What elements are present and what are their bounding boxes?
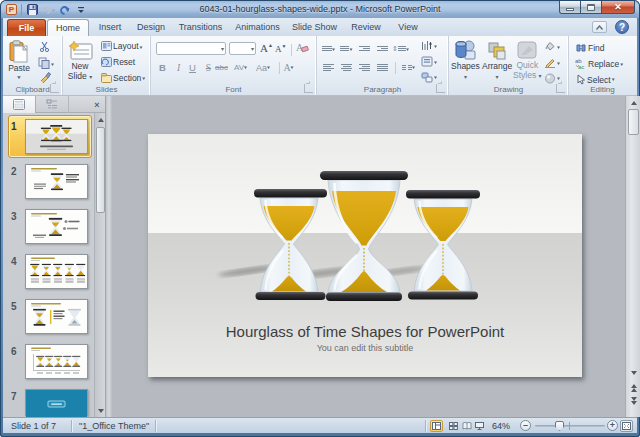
format-painter-button[interactable] <box>39 71 51 83</box>
shapes-dropdown-arrow[interactable]: ▾ <box>464 74 467 80</box>
tab-transitions[interactable]: Transitions <box>173 19 228 36</box>
shrink-font-button[interactable]: A▼ <box>275 44 286 54</box>
tab-animations[interactable]: Animations <box>230 19 285 36</box>
main-scrollbar-thumb[interactable] <box>628 109 639 135</box>
scroll-up-button[interactable] <box>627 97 640 109</box>
arrange-dropdown-arrow[interactable]: ▾ <box>496 74 499 80</box>
bullets-button[interactable]: ▾ <box>321 42 336 55</box>
copy-dropdown-arrow[interactable]: ▾ <box>51 60 54 66</box>
slide-thumbnail-7[interactable]: 7 <box>3 389 95 417</box>
find-button[interactable]: Find <box>575 42 605 53</box>
copy-button[interactable]: ▾ <box>38 57 54 69</box>
decrease-indent-button[interactable] <box>357 42 372 55</box>
slide-thumbnail-5[interactable]: 5 <box>3 299 95 334</box>
underline-button[interactable]: U <box>186 61 199 74</box>
strikethrough-abc-button[interactable]: abc <box>215 61 228 74</box>
font-color-button[interactable]: A▾ <box>282 61 295 74</box>
grow-font-button[interactable]: A▲ <box>260 42 273 54</box>
character-spacing-button[interactable]: AV▾ <box>234 61 247 74</box>
clear-formatting-button[interactable]: A <box>295 41 309 54</box>
font-size-combobox[interactable]: ▾ <box>229 42 256 55</box>
maximize-button[interactable] <box>581 1 602 14</box>
clipboard-dialog-launcher[interactable] <box>50 84 59 93</box>
tab-file[interactable]: File <box>7 19 46 36</box>
panel-splitter[interactable] <box>105 96 112 417</box>
select-button[interactable]: Select▾ <box>575 74 615 85</box>
slide-show-view-button[interactable] <box>473 420 486 432</box>
bold-button[interactable]: B <box>156 61 169 74</box>
convert-smartart-button[interactable]: ▾ <box>421 72 437 83</box>
increase-indent-button[interactable] <box>375 42 390 55</box>
close-panel-button[interactable]: × <box>89 96 105 113</box>
tab-review[interactable]: Review <box>344 19 388 36</box>
help-button[interactable]: ? <box>615 20 629 34</box>
fit-slide-to-window-button[interactable] <box>620 420 633 432</box>
scroll-down-button[interactable] <box>627 367 640 379</box>
line-spacing-button[interactable]: ⇕▾ <box>393 42 408 55</box>
paragraph-dialog-launcher[interactable] <box>436 84 445 93</box>
zoom-slider-track[interactable] <box>535 425 605 427</box>
shapes-button[interactable]: Shapes▾ <box>451 40 480 82</box>
main-scrollbar[interactable] <box>625 96 640 417</box>
slide-sorter-view-button[interactable] <box>447 420 460 432</box>
minimize-button[interactable] <box>559 1 581 14</box>
strikethrough-button[interactable]: S <box>202 61 215 74</box>
new-slide-button[interactable]: NewSlide ▾ <box>67 40 93 82</box>
tab-home[interactable]: Home <box>47 19 89 36</box>
slide-subtitle[interactable]: You can edit this subtitle <box>148 343 582 353</box>
align-text-button[interactable]: ▾ <box>421 56 437 67</box>
zoom-out-button[interactable]: – <box>520 420 531 431</box>
slide-thumbnail-2[interactable]: 2 <box>3 164 95 199</box>
shape-fill-button[interactable]: ▾ <box>544 41 560 52</box>
align-left-button[interactable] <box>321 61 336 74</box>
replace-button[interactable]: ab ac Replace▾ <box>575 58 623 69</box>
reading-view-button[interactable] <box>460 420 473 432</box>
align-center-button[interactable] <box>339 61 354 74</box>
change-case-button[interactable]: Aa▾ <box>256 61 270 74</box>
slides-tab[interactable] <box>3 96 36 113</box>
columns-button[interactable]: ▾ <box>401 61 416 74</box>
normal-view-button[interactable] <box>430 420 443 432</box>
slide-thumbnail-1[interactable]: 1 <box>3 119 95 154</box>
slide-thumbnail-4[interactable]: 4 <box>3 254 95 289</box>
slide-thumbnail-3[interactable]: 3 <box>3 209 95 244</box>
combo-dropdown-arrow[interactable]: ▾ <box>251 45 254 52</box>
next-slide-button[interactable] <box>627 395 640 407</box>
paste-button[interactable]: Paste ▼ <box>8 40 30 80</box>
minimize-ribbon-button[interactable] <box>592 21 607 33</box>
italic-button[interactable]: I <box>172 61 185 74</box>
justify-button[interactable] <box>375 61 390 74</box>
tab-design[interactable]: Design <box>131 19 171 36</box>
panel-scrollbar[interactable] <box>94 113 105 417</box>
outline-tab[interactable] <box>36 96 69 113</box>
slide-title[interactable]: Hourglass of Time Shapes for PowerPoint <box>148 323 582 340</box>
combo-dropdown-arrow[interactable]: ▾ <box>221 45 224 52</box>
font-dialog-launcher[interactable] <box>304 84 313 93</box>
tab-insert[interactable]: Insert <box>91 19 129 36</box>
paste-dropdown-arrow[interactable]: ▼ <box>16 74 22 79</box>
new-slide-dropdown-arrow[interactable]: ▾ <box>89 74 92 80</box>
drawing-dialog-launcher[interactable] <box>556 84 565 93</box>
slide-canvas[interactable]: Hourglass of Time Shapes for PowerPoint … <box>148 134 582 377</box>
section-button[interactable]: Section▾ <box>101 73 145 83</box>
zoom-level[interactable]: 64% <box>492 418 510 434</box>
cut-button[interactable] <box>39 41 50 52</box>
reset-button[interactable]: Reset <box>101 57 135 67</box>
shape-outline-button[interactable]: ▾ <box>544 57 560 68</box>
slide-thumbnail-6[interactable]: 6 <box>3 344 95 379</box>
panel-scrollbar-thumb[interactable] <box>96 127 105 213</box>
text-direction-button[interactable]: ▾ <box>421 40 437 51</box>
layout-button[interactable]: Layout▾ <box>101 41 143 51</box>
previous-slide-button[interactable] <box>627 382 640 394</box>
numbering-button[interactable]: ▾ <box>339 42 354 55</box>
close-button[interactable]: ✕ <box>602 1 635 14</box>
align-right-button[interactable] <box>357 61 372 74</box>
zoom-in-button[interactable]: + <box>607 420 618 431</box>
thumbnail-image <box>25 164 88 199</box>
tab-view[interactable]: View <box>390 19 426 36</box>
tab-slide-show[interactable]: Slide Show <box>287 19 342 36</box>
arrange-button[interactable]: Arrange▾ <box>482 40 512 82</box>
font-name-combobox[interactable]: ▾ <box>156 42 226 55</box>
zoom-slider-thumb[interactable] <box>555 421 564 431</box>
quick-styles-button[interactable]: QuickStyles ▾ <box>513 40 542 81</box>
